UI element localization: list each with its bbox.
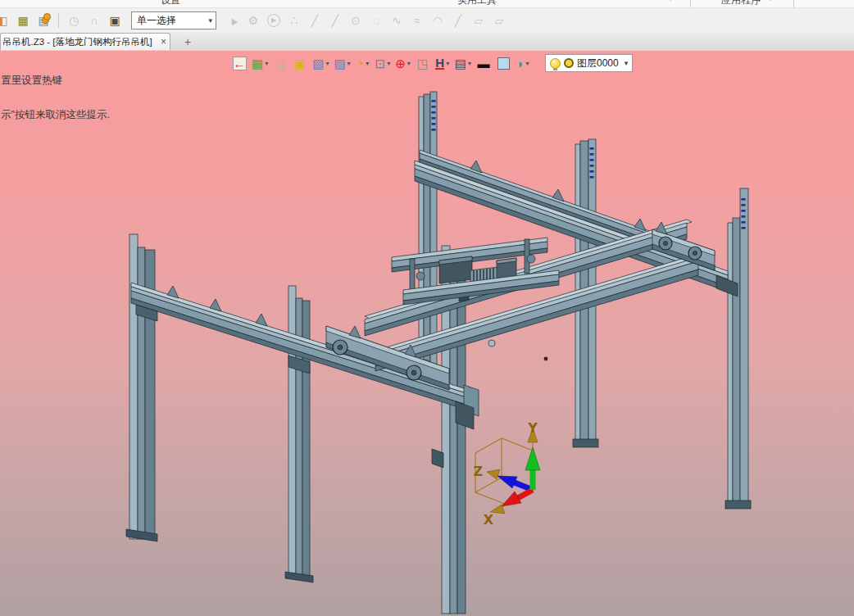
dropdown-caret-icon[interactable]: ▾	[366, 60, 369, 67]
points-icon[interactable]: ∴	[287, 11, 302, 29]
monitor-icon[interactable]: ▤▾	[455, 54, 471, 72]
thick-line-icon[interactable]: ▬	[476, 54, 491, 72]
curve-hook-icon: ∩	[90, 15, 98, 26]
line2-icon[interactable]: ╱	[451, 11, 466, 29]
document-tab-title: 吊吊机.Z3 - [落地龙门钢构行吊吊机]	[2, 36, 158, 48]
column-front-mid	[285, 286, 313, 582]
dropdown-caret-icon[interactable]: ▾	[407, 60, 411, 67]
sheet-icon[interactable]: ▱	[471, 11, 486, 29]
eraser-icon: ◪	[275, 57, 286, 70]
column-right	[725, 188, 751, 509]
circle-center-icon[interactable]: ⊙	[348, 11, 363, 29]
pie-view-icon: ◔	[357, 57, 364, 70]
layer-color-icon[interactable]	[564, 58, 574, 68]
axis-y-arrow	[525, 447, 540, 470]
dropdown-caret-icon[interactable]: ▾	[325, 60, 329, 67]
shell-icon: ◗	[516, 57, 524, 70]
dropdown-caret-icon[interactable]: ▾	[468, 60, 471, 67]
dropdown-caret-icon[interactable]: ▾	[265, 60, 268, 67]
gear-pick-icon[interactable]: ⚙	[246, 11, 261, 29]
iso-box-icon: ▣	[294, 57, 306, 70]
ribbon-separator	[793, 0, 794, 7]
axis-z-label: Z	[473, 464, 483, 479]
toolbar-draw-icons: ▲⚙▶∴╱╱⊙◌∿≈◠╱▱▱	[225, 11, 506, 29]
dropdown-caret-icon[interactable]: ▾	[387, 60, 390, 67]
points-icon: ∴	[291, 15, 298, 26]
document-tabbar: 吊吊机.Z3 - [落地龙门钢构行吊吊机] × +	[0, 33, 854, 52]
play-icon: ▶	[267, 14, 280, 27]
play-icon[interactable]: ▶	[266, 11, 281, 29]
replay-history-icon[interactable]: ◷	[66, 11, 81, 29]
zw3d-window: 设置 实用工具 ▾ 应用程序 ▾ ◧▦▤ ◷∩▣ 单一选择 ▾ ▲⚙▶∴╱╱⊙◌…	[0, 0, 854, 616]
ribbon-caret-icon[interactable]: ▾	[669, 0, 673, 2]
cursor-dot	[544, 357, 548, 361]
curve-hook-icon[interactable]: ∩	[87, 11, 102, 29]
sheet2-icon: ▱	[495, 15, 504, 26]
stop-record-icon[interactable]: ▣	[107, 11, 122, 29]
sheet2-icon[interactable]: ▱	[492, 11, 506, 29]
new-tab-button[interactable]: +	[179, 34, 197, 49]
annotation-icon[interactable]: ▤	[36, 11, 51, 29]
line-point-icon[interactable]: ╱	[328, 11, 343, 29]
thick-line-icon: ▬	[478, 57, 490, 70]
ribbon-tab-utilities[interactable]: 实用工具	[457, 0, 497, 7]
exit-icon[interactable]: ←	[232, 54, 247, 72]
light-square-icon[interactable]	[496, 54, 511, 72]
axis-z-gold-arrow	[487, 469, 500, 479]
surface-mesh-icon: ▦	[252, 57, 263, 70]
close-tab-icon[interactable]: ×	[161, 36, 166, 48]
line-icon: ╱	[311, 15, 318, 26]
iso-box-icon[interactable]: ▣	[293, 54, 307, 72]
arc-icon: ◠	[433, 15, 443, 26]
layer-name: 图层0000	[577, 57, 619, 70]
dropdown-caret-icon[interactable]: ▾	[526, 60, 529, 67]
wave-icon: ≈	[414, 15, 420, 26]
dropdown-caret-icon[interactable]: ▾	[348, 60, 351, 67]
light-square-icon	[497, 57, 510, 70]
shell-icon[interactable]: ◗▾	[516, 54, 530, 72]
view-toolbar-icons: ←▦▾◪▣▧▾▨▾◔▾⊡▾⊕▾◳H▾▤▾▬◗▾	[232, 54, 530, 72]
circle-dashed-icon: ◌	[373, 15, 379, 26]
ribbon-tab-applications[interactable]: 应用程序	[721, 0, 761, 7]
toolbar-history-icons: ◷∩▣	[66, 11, 122, 29]
layer-dropdown[interactable]: 图层0000 ▾	[545, 54, 633, 72]
wave-icon[interactable]: ≈	[410, 11, 425, 29]
axis-z-arrow	[497, 476, 517, 488]
surface-mesh-icon[interactable]: ▦▾	[252, 54, 268, 72]
clipped-app-icon[interactable]: ◧	[0, 11, 10, 29]
exit-icon: ←	[233, 57, 247, 70]
viewport[interactable]: Y Z X 置里设置热键 示"按钮来取消这些提示. ←▦▾◪▣▧▾▨▾◔▾⊡▾⊕…	[0, 51, 854, 616]
eraser-icon[interactable]: ◪	[273, 54, 288, 72]
line-point-icon: ╱	[332, 15, 338, 26]
circle-dashed-icon[interactable]: ◌	[369, 11, 384, 29]
target-icon[interactable]: ⊕▾	[395, 54, 411, 72]
annotation-icon: ▤	[38, 15, 48, 26]
view-manager-icon: ▦	[17, 15, 28, 26]
bulb-icon[interactable]	[550, 58, 561, 69]
shaded-cube-icon[interactable]: ▧▾	[312, 54, 329, 72]
pixel-box-icon[interactable]: ◳	[416, 54, 430, 72]
document-tab-active[interactable]: 吊吊机.Z3 - [落地龙门钢构行吊吊机] ×	[0, 33, 170, 50]
arc-icon[interactable]: ◠	[430, 11, 445, 29]
dropdown-caret-icon[interactable]: ▾	[446, 60, 449, 67]
stop-record-icon: ▣	[109, 15, 120, 26]
clipped-app-icon: ◧	[0, 15, 8, 26]
ribbon-tab-settings[interactable]: 设置	[161, 0, 180, 7]
select-cursor-icon[interactable]: ▲	[225, 11, 240, 29]
line-icon[interactable]: ╱	[307, 11, 322, 29]
pie-view-icon[interactable]: ◔▾	[356, 54, 370, 72]
select-cursor-icon: ▲	[225, 12, 240, 28]
ribbon-caret-icon[interactable]: ▾	[769, 0, 773, 2]
ribbon-tabs-row: 设置 实用工具 ▾ 应用程序 ▾	[0, 0, 854, 8]
model-canvas: Y Z X	[0, 51, 854, 616]
view-manager-icon[interactable]: ▦	[16, 11, 30, 29]
dim-h-icon: H	[435, 57, 444, 70]
selection-mode-dropdown[interactable]: 单一选择 ▾	[131, 11, 216, 29]
chevron-down-icon: ▾	[208, 16, 212, 25]
textured-cube-icon[interactable]: ▨▾	[334, 54, 350, 72]
spline-icon[interactable]: ∿	[389, 11, 404, 29]
zoom-box-icon[interactable]: ⊡▾	[375, 54, 391, 72]
prompt-line-1: 置里设置热键	[1, 75, 110, 86]
axis-x-label: X	[484, 512, 494, 528]
dim-h-icon[interactable]: H▾	[435, 54, 450, 72]
